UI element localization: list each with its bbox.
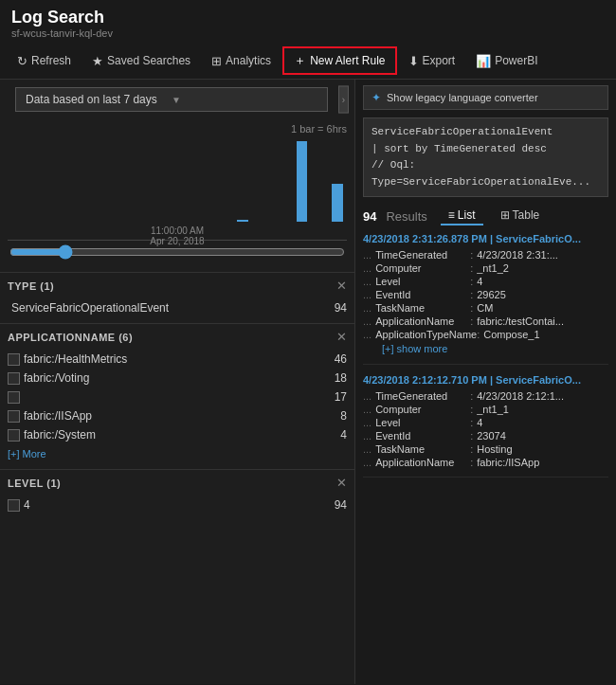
expand-dots[interactable]: ... <box>363 262 371 274</box>
log-field: ... TaskName : Hosting <box>363 442 608 456</box>
appname-filter-name: fabric:/IISApp <box>20 409 318 423</box>
panel-collapse-button[interactable]: › <box>338 86 349 114</box>
appname-filter-close[interactable]: ✕ <box>336 330 347 344</box>
appname-more-link[interactable]: [+] More <box>8 444 46 463</box>
refresh-button[interactable]: ↻ Refresh <box>8 49 81 73</box>
type-filter-close[interactable]: ✕ <box>336 279 347 293</box>
appname-checkbox[interactable] <box>8 372 20 385</box>
main-layout: Data based on last 7 days ▼ › 1 bar = 6h… <box>0 80 616 684</box>
log-entry-header[interactable]: 4/23/2018 2:31:26.878 PM | ServiceFabric… <box>363 233 608 244</box>
log-field-key: TimeGenerated <box>375 390 470 402</box>
appname-filter-row[interactable]: fabric:/HealthMetrics 46 <box>8 350 347 369</box>
appname-filter-row[interactable]: 17 <box>8 388 347 406</box>
log-field-value: CM <box>477 302 493 314</box>
appname-filter-name: fabric:/Voting <box>20 371 318 385</box>
chart-bars <box>8 136 347 222</box>
appname-filter-section: APPLICATIONNAME (6) ✕ fabric:/HealthMetr… <box>0 323 354 469</box>
powerbi-button[interactable]: 📊 PowerBI <box>466 49 547 73</box>
date-range-selector[interactable]: Data based on last 7 days ▼ <box>15 87 328 112</box>
type-filter-header: TYPE (1) ✕ <box>8 279 347 293</box>
type-filter-count: 94 <box>318 301 347 315</box>
dropdown-arrow-icon: ▼ <box>172 95 317 105</box>
log-field: ... TimeGenerated : 4/23/2018 2:12:1... <box>363 389 608 403</box>
appname-checkbox[interactable] <box>8 353 20 366</box>
chart-time-slider[interactable] <box>9 244 345 262</box>
log-field: ... TimeGenerated : 4/23/2018 2:31:... <box>363 248 608 261</box>
appname-checkbox[interactable] <box>8 410 20 423</box>
log-field-value: fabric:/testContai... <box>477 315 564 327</box>
type-filter-row[interactable]: ServiceFabricOperationalEvent 94 <box>8 298 347 317</box>
expand-dots[interactable]: ... <box>363 417 371 428</box>
log-field: ... ApplicationName : fabric:/IISApp <box>363 456 608 469</box>
log-field-key: ApplicationName <box>375 457 470 468</box>
log-field-value: 4 <box>477 276 482 287</box>
plus-icon: ＋ <box>294 52 306 69</box>
saved-searches-button[interactable]: ★ Saved Searches <box>82 49 200 73</box>
log-field-value: fabric:/IISApp <box>477 457 539 468</box>
app-title: Log Search <box>11 8 605 27</box>
log-field-value: 4 <box>477 417 482 428</box>
log-field-key: Computer <box>375 404 470 415</box>
appname-checkbox[interactable] <box>8 429 20 442</box>
new-alert-button[interactable]: ＋ New Alert Rule <box>282 46 396 75</box>
log-separator: : <box>470 404 473 415</box>
expand-dots[interactable]: ... <box>363 249 371 261</box>
list-icon: ≡ <box>448 208 455 222</box>
log-field: ... ApplicationName : fabric:/testContai… <box>363 315 608 328</box>
appname-checkbox[interactable] <box>8 391 20 404</box>
toolbar: ↻ Refresh ★ Saved Searches ⊞ Analytics ＋… <box>0 43 616 80</box>
level-filter-close[interactable]: ✕ <box>336 476 347 490</box>
appname-filter-count: 46 <box>318 352 347 366</box>
chart-bar <box>332 184 343 222</box>
log-separator: : <box>470 457 473 468</box>
log-field-key: EventId <box>375 430 470 442</box>
appname-filter-row[interactable]: fabric:/Voting 18 <box>8 369 347 388</box>
refresh-icon: ↻ <box>17 54 27 68</box>
expand-dots[interactable]: ... <box>363 457 371 468</box>
expand-dots[interactable]: ... <box>363 276 371 287</box>
list-view-button[interactable]: ≡ List <box>441 207 483 225</box>
chart-container: 11:00:00 AM Apr 20, 2018 <box>8 136 347 241</box>
log-field-key: Level <box>375 276 470 287</box>
log-field-key: Computer <box>375 262 470 274</box>
query-line: | sort by TimeGenerated desc <box>371 141 600 158</box>
expand-dots[interactable]: ... <box>363 404 371 415</box>
info-icon: ✦ <box>371 91 381 104</box>
level-filter-row[interactable]: 4 94 <box>8 496 347 514</box>
level-filter-title: LEVEL (1) <box>8 478 61 489</box>
query-box: ServiceFabricOperationalEvent| sort by T… <box>363 117 608 197</box>
log-entry: 4/23/2018 2:31:26.878 PM | ServiceFabric… <box>363 233 608 365</box>
expand-dots[interactable]: ... <box>363 443 371 455</box>
log-separator: : <box>470 302 473 314</box>
appname-filter-row[interactable]: fabric:/System 4 <box>8 425 347 444</box>
log-field-value: _nt1_1 <box>477 404 509 415</box>
appname-filter-count: 4 <box>318 428 347 442</box>
left-panel: Data based on last 7 days ▼ › 1 bar = 6h… <box>0 80 355 684</box>
show-more-link[interactable]: [+] show more <box>363 341 608 356</box>
appname-filter-count: 17 <box>318 390 347 404</box>
export-button[interactable]: ⬇ Export <box>399 49 465 73</box>
appname-filter-rows: fabric:/HealthMetrics 46 fabric:/Voting … <box>8 350 347 444</box>
log-entry-header[interactable]: 4/23/2018 2:12:12.710 PM | ServiceFabric… <box>363 374 608 386</box>
appname-filter-count: 8 <box>318 409 347 423</box>
log-field: ... Level : 4 <box>363 416 608 429</box>
appname-filter-header: APPLICATIONNAME (6) ✕ <box>8 330 347 344</box>
expand-dots[interactable]: ... <box>363 302 371 314</box>
appname-filter-row[interactable]: fabric:/IISApp 8 <box>8 406 347 425</box>
chart-bar <box>237 220 248 222</box>
log-separator: : <box>470 443 473 455</box>
legacy-converter-bar[interactable]: ✦ Show legacy language converter <box>363 85 608 110</box>
type-filter-name: ServiceFabricOperationalEvent <box>8 301 318 315</box>
level-filter-section: LEVEL (1) ✕ 4 94 <box>0 469 354 520</box>
expand-dots[interactable]: ... <box>363 430 371 442</box>
expand-dots[interactable]: ... <box>363 315 371 327</box>
star-icon: ★ <box>92 54 103 68</box>
log-field: ... Computer : _nt1_1 <box>363 403 608 416</box>
expand-dots[interactable]: ... <box>363 390 371 402</box>
expand-dots[interactable]: ... <box>363 329 371 340</box>
level-checkbox[interactable] <box>8 499 20 512</box>
table-view-button[interactable]: ⊞ Table <box>493 207 548 225</box>
expand-dots[interactable]: ... <box>363 289 371 300</box>
analytics-button[interactable]: ⊞ Analytics <box>202 49 281 73</box>
query-line: ServiceFabricOperationalEvent <box>371 124 600 141</box>
